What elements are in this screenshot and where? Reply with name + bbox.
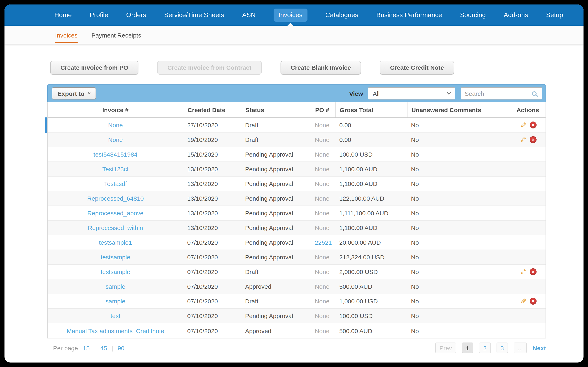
invoice-link[interactable]: test5484151984 [94,151,138,158]
status-cell: Pending Approval [241,221,311,235]
invoice-link[interactable]: Reprocessed_within [88,224,143,231]
delete-icon[interactable]: ✕ [530,122,536,128]
tab-label: Invoices [55,27,78,43]
created-date-cell: 07/10/2020 [183,323,241,338]
gross-total-cell: 0.00 [335,133,407,147]
comments-cell: No [407,206,508,220]
edit-icon[interactable]: ✎ [520,136,526,143]
created-date-cell: 07/10/2020 [183,235,241,250]
pagination: Prev 123 ... Next [435,342,546,353]
invoice-link[interactable]: Reprocessed_above [87,210,144,217]
per-page-separator: | [94,344,96,351]
created-date-cell: 13/10/2020 [183,221,241,235]
invoice-link[interactable]: testsample [101,254,130,261]
delete-icon[interactable]: ✕ [530,268,536,275]
gross-total-cell: 122,100.00 AUD [335,191,407,206]
actions-cell [508,162,545,176]
invoice-link[interactable]: testsample [101,268,130,275]
view-select[interactable]: All [368,87,455,100]
main-content: Create Invoice from POCreate Invoice fro… [4,61,584,353]
nav-item-home[interactable]: Home [54,11,72,19]
invoice-link[interactable]: sample [105,283,125,290]
status-cell: Pending Approval [241,162,311,176]
column-header-invoice: Invoice # [48,102,183,117]
delete-icon[interactable]: ✕ [530,136,536,143]
actions-cell [508,250,545,264]
nav-item-asn[interactable]: ASN [242,11,256,19]
actions-cell: ✎ ✕ [508,265,545,279]
table-row: Testasdf 13/10/2020 Pending Approval Non… [48,176,545,191]
nav-item-profile[interactable]: Profile [90,11,108,19]
invoice-link[interactable]: sample [105,298,125,305]
page-3-button[interactable]: 3 [496,342,508,353]
po-value: None [315,327,329,334]
edit-icon[interactable]: ✎ [520,121,526,129]
created-date-cell: 07/10/2020 [183,309,241,323]
nav-item-setup[interactable]: Setup [546,11,563,19]
comments-cell: No [407,176,508,191]
edit-icon[interactable]: ✎ [520,298,526,305]
tab-payment-receipts[interactable]: Payment Receipts [91,26,141,44]
nav-item-invoices[interactable]: Invoices [274,8,307,22]
page-2-button[interactable]: 2 [479,342,491,353]
per-page-90[interactable]: 90 [118,344,124,351]
created-date-cell: 07/10/2020 [183,250,241,264]
per-page-options: 15|45|90 [83,344,125,351]
status-cell: Draft [241,133,311,147]
created-date-cell: 13/10/2020 [183,176,241,191]
actions-cell: ✎ ✕ [508,118,545,132]
created-date-cell: 07/10/2020 [183,279,241,294]
table-row: Reprocessed_above 13/10/2020 Pending App… [48,206,545,221]
ellipsis-button[interactable]: ... [514,342,527,353]
invoice-link[interactable]: Test123cf [102,166,129,173]
created-date-cell: 13/10/2020 [183,191,241,206]
po-link[interactable]: 22521 [315,239,332,246]
actions-cell [508,323,545,338]
table-grid: Invoice # Created Date Status PO # Gross… [47,102,546,338]
page-1-button[interactable]: 1 [462,342,474,353]
po-value: None [315,224,329,231]
invoice-link[interactable]: Manual Tax adjustments_Creditnote [67,327,164,334]
chevron-down-icon [447,91,451,95]
create-invoice-from-po-button[interactable]: Create Invoice from PO [50,61,138,75]
create-blank-invoice-button[interactable]: Create Blank Invoice [281,61,361,75]
invoice-link[interactable]: None [108,122,123,128]
status-cell: Draft [241,118,311,132]
search-input[interactable] [465,90,532,97]
edit-icon[interactable]: ✎ [520,268,526,275]
nav-item-sourcing[interactable]: Sourcing [460,11,486,19]
nav-item-add-ons[interactable]: Add-ons [504,11,528,19]
action-buttons: Create Invoice from POCreate Invoice fro… [50,61,584,75]
nav-item-orders[interactable]: Orders [126,11,146,19]
comments-cell: No [407,162,508,176]
actions-cell [508,191,545,206]
search-icon[interactable] [532,91,536,96]
search-box [461,87,542,100]
nav-item-catalogues[interactable]: Catalogues [325,11,358,19]
invoice-link[interactable]: testsample1 [99,239,132,246]
invoice-link[interactable]: Reprocessed_64810 [87,195,144,202]
invoice-link[interactable]: test [111,312,120,319]
gross-total-cell: 2,000.00 USD [335,265,407,279]
nav-item-service-time-sheets[interactable]: Service/Time Sheets [164,11,224,19]
export-button[interactable]: Export to [52,87,96,100]
po-value: None [315,151,329,158]
table-row: Manual Tax adjustments_Creditnote 07/10/… [48,323,545,338]
next-button[interactable]: Next [533,344,546,351]
per-page-15[interactable]: 15 [83,344,90,351]
po-value: None [315,298,329,305]
gross-total-cell: 0.00 [335,118,407,132]
invoice-link[interactable]: Testasdf [104,180,127,187]
delete-icon[interactable]: ✕ [530,298,536,305]
gross-total-cell: 100.00 USD [335,309,407,323]
per-page-45[interactable]: 45 [100,344,107,351]
gross-total-cell: 1,100.00 AUD [335,221,407,235]
status-cell: Pending Approval [241,250,311,264]
tab-invoices[interactable]: Invoices [55,26,78,44]
actions-cell [508,235,545,250]
create-credit-note-button[interactable]: Create Credit Note [380,61,454,75]
comments-cell: No [407,294,508,308]
gross-total-cell: 1,111,100.00 AUD [335,206,407,220]
nav-item-business-performance[interactable]: Business Performance [376,11,442,19]
invoice-link[interactable]: None [108,136,123,143]
